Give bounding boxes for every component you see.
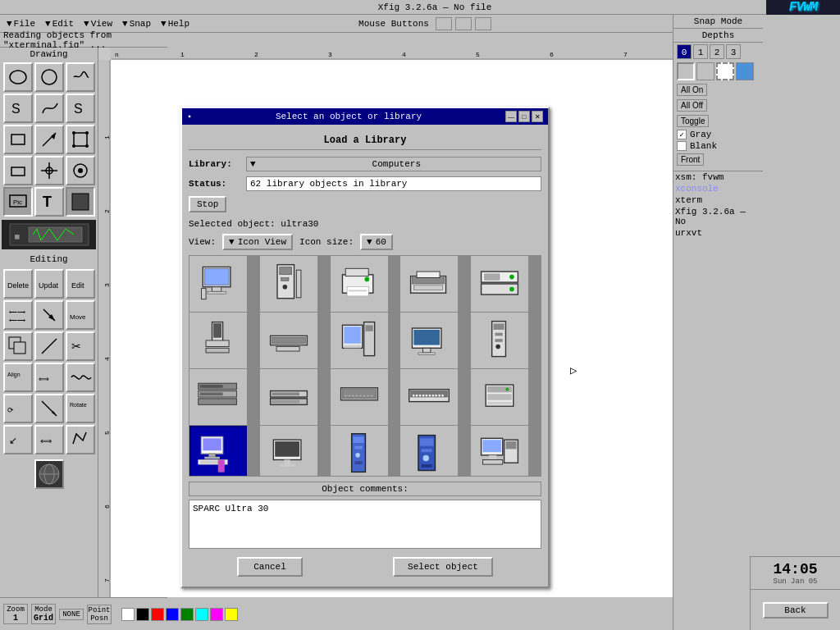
color-black[interactable] [136, 608, 149, 621]
icon-tower2[interactable] [471, 313, 528, 368]
svg-rect-108 [414, 330, 441, 345]
icon-switch[interactable]: ●●●●●●●●●● [400, 369, 458, 425]
svg-rect-74 [208, 291, 226, 294]
tool-rotate2[interactable] [34, 394, 64, 423]
tool-align2[interactable]: ⟺ [34, 363, 64, 392]
tool-spline[interactable] [34, 94, 64, 123]
view-dropdown[interactable]: ▼ Icon View [222, 234, 293, 250]
all-on-btn[interactable]: All On [677, 84, 707, 96]
svg-text:T: T [43, 194, 52, 210]
icon-blue-tower2[interactable] [400, 426, 458, 477]
tool-circle[interactable] [34, 62, 64, 92]
color-green[interactable] [180, 608, 194, 621]
tool-fill[interactable] [66, 187, 95, 217]
point-label: Point [89, 606, 111, 614]
svg-point-9 [85, 131, 89, 135]
color-white[interactable] [121, 608, 135, 621]
tool-radial[interactable] [66, 156, 95, 185]
color-magenta[interactable] [210, 608, 223, 621]
xterm-urxvt[interactable]: urxvt [673, 227, 763, 239]
icon-desktop-selected[interactable] [189, 426, 247, 477]
xterm-fvwm[interactable]: xsm: fvwm [673, 171, 763, 183]
cancel-button[interactable]: Cancel [237, 557, 303, 577]
tool-scale[interactable]: Rotate [66, 394, 95, 423]
icon-monitor-flat[interactable] [260, 426, 317, 477]
tool-align[interactable]: Align [3, 363, 33, 392]
depth-1[interactable]: 1 [693, 44, 708, 59]
front-btn[interactable]: Front [677, 153, 704, 166]
stop-button[interactable]: Stop [189, 196, 226, 212]
tool-misc2[interactable]: ⟺ [34, 425, 64, 454]
depth-3[interactable]: 3 [726, 44, 741, 59]
menu-file[interactable]: ▼ File [2, 17, 40, 30]
icon-workstation[interactable] [331, 313, 388, 368]
tool-delete[interactable]: Delete [3, 269, 33, 299]
icon-monitor-thin[interactable] [400, 313, 458, 368]
icon-tower1[interactable] [260, 256, 317, 312]
blank-checkbox[interactable] [677, 141, 687, 151]
tool-globe[interactable] [34, 459, 64, 489]
icon-workstation2[interactable] [471, 426, 528, 477]
icon-network-device[interactable]: -------- [331, 369, 388, 425]
tool-misc3[interactable] [66, 425, 95, 454]
tool-picture[interactable]: Pic [3, 187, 33, 217]
tool-edit[interactable]: Edit [66, 269, 95, 299]
tool-wave[interactable] [66, 363, 95, 392]
tool-text[interactable]: T [34, 187, 64, 217]
window-title: Xfig 3.2.6a — No file [378, 2, 492, 12]
svg-rect-124 [272, 400, 299, 404]
menu-edit[interactable]: ▼ Edit [40, 17, 79, 30]
tool-crosshair[interactable] [34, 156, 64, 185]
tool-rotate1[interactable]: ⟳ [3, 394, 33, 423]
gray-checkbox[interactable]: ✓ [677, 130, 687, 139]
tool-arrow[interactable] [34, 125, 64, 154]
icon-blue-tower1[interactable] [331, 426, 388, 477]
tool-update[interactable]: Updat [34, 269, 64, 299]
depth-2[interactable]: 2 [710, 44, 724, 59]
tool-poly-rect[interactable] [66, 125, 95, 154]
all-off-btn[interactable]: All Off [677, 99, 707, 112]
tool-freehand[interactable] [66, 62, 95, 92]
icon-flat-rack[interactable] [260, 369, 317, 425]
tool-misc1[interactable]: ↙ [3, 425, 33, 454]
icon-old-printer[interactable] [400, 256, 458, 312]
color-cyan[interactable] [195, 608, 208, 621]
dialog-close-btn[interactable]: ✕ [532, 111, 543, 122]
tool-copy[interactable] [3, 331, 33, 361]
color-yellow[interactable] [225, 608, 238, 621]
tool-s2[interactable]: S [66, 94, 95, 123]
tool-move3[interactable]: Move [66, 300, 95, 330]
xterm-xfig[interactable]: Xfig 3.2.6a — No [673, 206, 763, 227]
tool-copy2[interactable] [34, 331, 64, 361]
icon-small-server[interactable] [471, 369, 528, 425]
depth-0[interactable]: 0 [677, 44, 692, 59]
icon-server-rack[interactable] [189, 369, 247, 425]
svg-point-150 [355, 453, 360, 458]
xterm-xterm[interactable]: xterm [673, 194, 763, 206]
icon-printer[interactable] [331, 256, 388, 312]
tool-move[interactable]: ⟵⟶⟵⟶ [3, 300, 33, 330]
menu-snap[interactable]: ▼ Snap [117, 17, 156, 30]
tool-ellipse[interactable] [3, 62, 33, 92]
dialog-maximize-btn[interactable]: □ [518, 111, 530, 122]
library-dropdown[interactable]: ▼ Computers [246, 157, 541, 171]
tool-rect[interactable] [3, 125, 33, 154]
icon-mobile[interactable] [189, 313, 247, 368]
icon-server-flat[interactable] [471, 256, 528, 312]
tool-box[interactable] [3, 156, 33, 185]
menu-view[interactable]: ▼ View [79, 17, 117, 30]
menu-help[interactable]: ▼ Help [156, 17, 194, 30]
back-button[interactable]: Back [763, 602, 829, 619]
xterm-xconsole[interactable]: xconsole [673, 183, 763, 194]
icon-desktop1[interactable] [189, 256, 247, 312]
color-blue[interactable] [166, 608, 179, 621]
select-object-button[interactable]: Select object [393, 557, 493, 577]
icon-flat-device[interactable] [260, 313, 317, 368]
color-red[interactable] [151, 608, 164, 621]
tool-scissors[interactable]: ✂ [66, 331, 95, 361]
tool-move2[interactable] [34, 300, 64, 330]
dialog-iconify-btn[interactable]: — [505, 111, 517, 122]
toggle-btn[interactable]: Toggle [677, 115, 709, 127]
icon-size-dropdown[interactable]: ▼ 60 [360, 234, 393, 250]
tool-s1[interactable]: S [3, 94, 33, 123]
